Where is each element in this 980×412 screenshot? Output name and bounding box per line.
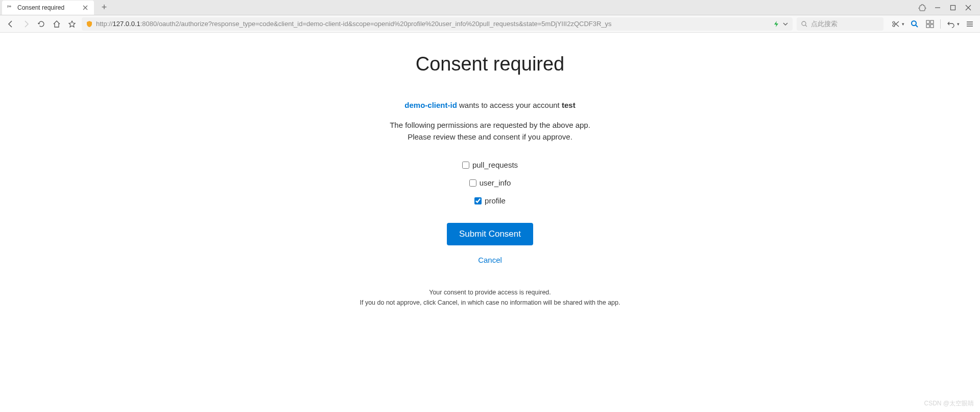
access-line: demo-client-id wants to access your acco…: [404, 101, 575, 109]
svg-point-2: [893, 21, 895, 24]
minimize-icon[interactable]: [933, 3, 942, 12]
svg-rect-0: [951, 5, 955, 10]
scope-item-profile[interactable]: profile: [474, 196, 506, 205]
account-name: test: [562, 101, 576, 109]
svg-rect-8: [930, 25, 934, 28]
browser-tab[interactable]: ᵖᵒ Consent required: [2, 1, 94, 15]
search-icon: [801, 20, 808, 28]
window-controls: [911, 3, 980, 12]
forward-button[interactable]: [20, 18, 32, 30]
maximize-icon[interactable]: [948, 3, 958, 12]
svg-rect-5: [926, 20, 929, 24]
scope-label: pull_requests: [472, 161, 518, 169]
undo-icon[interactable]: [946, 19, 956, 29]
home-button[interactable]: [51, 18, 62, 30]
page-content: Consent required demo-client-id wants to…: [0, 33, 980, 308]
address-bar[interactable]: http://127.0.0.1:8080/oauth2/authorize?r…: [82, 17, 793, 31]
svg-point-1: [802, 21, 806, 26]
right-tools: ▾ ▾: [888, 19, 975, 29]
svg-point-4: [912, 21, 916, 26]
close-window-icon[interactable]: [964, 3, 973, 12]
dropdown-caret-icon[interactable]: ▾: [902, 21, 904, 27]
search-placeholder: 点此搜索: [811, 19, 838, 29]
client-id-link[interactable]: demo-client-id: [404, 101, 457, 109]
tab-favicon-icon: ᵖᵒ: [7, 4, 14, 11]
close-tab-icon[interactable]: [82, 4, 89, 11]
explain-text: The following permissions are requested …: [390, 120, 590, 143]
scope-list: pull_requests user_info profile: [462, 161, 518, 205]
page-title: Consent required: [416, 53, 565, 75]
footer-text: Your consent to provide access is requir…: [360, 287, 620, 308]
lightning-icon[interactable]: [773, 20, 779, 28]
dropdown-caret-icon[interactable]: ▾: [957, 21, 960, 27]
scope-checkbox[interactable]: [474, 197, 482, 204]
svg-rect-6: [930, 20, 934, 24]
svg-point-3: [893, 25, 895, 27]
menu-icon[interactable]: [965, 19, 975, 29]
url-text: http://127.0.0.1:8080/oauth2/authorize?r…: [96, 20, 770, 28]
chevron-down-icon[interactable]: [782, 21, 788, 27]
new-tab-button[interactable]: +: [97, 1, 111, 15]
scope-label: user_info: [480, 178, 511, 187]
tab-bar: ᵖᵒ Consent required +: [0, 0, 980, 15]
scope-checkbox[interactable]: [469, 179, 476, 187]
scope-checkbox[interactable]: [462, 162, 469, 169]
scope-label: profile: [485, 196, 506, 205]
scope-item-pull-requests[interactable]: pull_requests: [462, 161, 518, 169]
scissors-icon[interactable]: [891, 19, 901, 29]
watermark: CSDN @太空眼睛: [924, 399, 974, 408]
cancel-link[interactable]: Cancel: [478, 256, 502, 264]
submit-consent-button[interactable]: Submit Consent: [447, 223, 533, 245]
scope-item-user-info[interactable]: user_info: [469, 178, 511, 187]
search-bar[interactable]: 点此搜索: [797, 17, 883, 31]
back-button[interactable]: [5, 18, 16, 30]
favorite-button[interactable]: [66, 18, 78, 30]
reload-button[interactable]: [36, 18, 47, 30]
tab-title: Consent required: [17, 4, 79, 11]
toolbar: http://127.0.0.1:8080/oauth2/authorize?r…: [0, 15, 980, 33]
zoom-icon[interactable]: [910, 19, 920, 29]
grid-icon[interactable]: [925, 19, 935, 29]
svg-rect-7: [926, 25, 929, 28]
shield-icon: [86, 20, 93, 28]
extension-icon[interactable]: [918, 3, 927, 12]
